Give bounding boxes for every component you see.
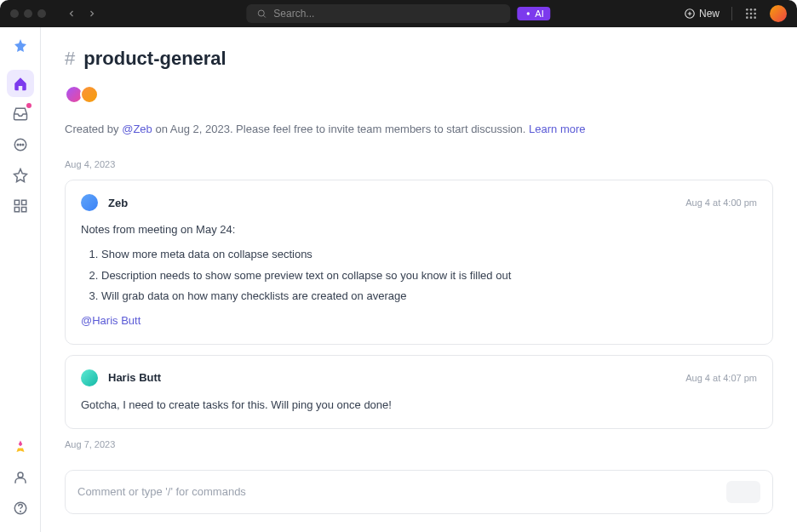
sidebar <box>0 27 41 532</box>
svg-point-6 <box>746 9 748 11</box>
svg-point-2 <box>527 12 530 14</box>
user-icon <box>13 470 28 485</box>
sidebar-more[interactable] <box>7 131 34 158</box>
search-icon <box>256 9 267 19</box>
sidebar-home[interactable] <box>7 70 34 97</box>
rocket-icon <box>13 439 28 455</box>
sidebar-help[interactable] <box>7 495 34 522</box>
dashboard-icon <box>13 198 28 214</box>
svg-point-12 <box>746 16 748 19</box>
svg-rect-23 <box>21 208 26 212</box>
member-list[interactable] <box>65 85 773 104</box>
apps-button[interactable] <box>744 7 758 20</box>
svg-rect-21 <box>21 200 26 204</box>
sidebar-inbox[interactable] <box>7 100 34 128</box>
search-input[interactable]: Search... <box>246 4 510 23</box>
minimize-window[interactable] <box>24 9 32 18</box>
svg-rect-20 <box>14 200 19 204</box>
sidebar-dashboard[interactable] <box>7 192 34 220</box>
composer <box>65 470 773 514</box>
logo-icon <box>10 37 31 58</box>
notification-badge <box>26 103 32 108</box>
svg-point-24 <box>18 472 23 478</box>
channel-title: product-general <box>83 48 226 70</box>
list-item: Show more meta data on collapse sections <box>101 246 757 264</box>
message-author[interactable]: Haris Butt <box>108 371 161 384</box>
send-button[interactable] <box>726 481 760 503</box>
svg-rect-22 <box>14 208 19 212</box>
message-body: Notes from meeting on May 24: Show more … <box>81 221 757 330</box>
message-time: Aug 4 at 4:07 pm <box>685 373 757 383</box>
topbar: Search... AI New <box>0 0 797 27</box>
learn-more-link[interactable]: Learn more <box>529 123 585 135</box>
message-avatar[interactable] <box>81 369 98 386</box>
more-icon <box>13 137 28 152</box>
ai-button[interactable]: AI <box>517 7 550 20</box>
svg-point-11 <box>754 13 756 15</box>
list-item: Will grab data on how many checklists ar… <box>101 288 757 306</box>
new-button[interactable]: New <box>684 8 720 20</box>
message-avatar[interactable] <box>81 194 98 211</box>
channel-header: # product-general <box>65 48 773 70</box>
svg-point-9 <box>746 13 748 15</box>
svg-marker-19 <box>14 169 26 182</box>
comment-input[interactable] <box>77 485 726 498</box>
help-icon <box>13 501 28 516</box>
home-icon <box>13 76 28 91</box>
window-controls <box>10 9 46 18</box>
svg-point-10 <box>750 13 753 15</box>
plus-circle-icon <box>684 8 696 20</box>
svg-point-0 <box>258 10 264 16</box>
message-body: Gotcha, I need to create tasks for this.… <box>81 397 757 415</box>
message-time: Aug 4 at 4:00 pm <box>685 197 757 208</box>
message: Zeb Aug 4 at 4:00 pm Notes from meeting … <box>65 180 773 345</box>
sidebar-upgrade[interactable] <box>7 433 34 460</box>
sparkle-icon <box>524 9 532 18</box>
svg-point-7 <box>750 9 753 11</box>
sidebar-favorites[interactable] <box>7 162 34 189</box>
grid-icon <box>744 7 758 20</box>
svg-point-17 <box>20 144 21 146</box>
nav-arrows <box>63 7 100 20</box>
svg-point-13 <box>750 16 753 19</box>
app-logo[interactable] <box>10 37 31 58</box>
inbox-icon <box>13 106 28 122</box>
user-avatar[interactable] <box>770 5 787 22</box>
svg-point-8 <box>754 9 756 11</box>
creator-mention[interactable]: @Zeb <box>122 123 152 135</box>
svg-point-14 <box>754 16 756 19</box>
forward-button[interactable] <box>83 7 100 20</box>
message: Haris Butt Aug 4 at 4:07 pm Gotcha, I ne… <box>65 355 773 429</box>
date-separator: Aug 4, 2023 <box>65 159 773 169</box>
close-window[interactable] <box>10 9 19 18</box>
member-avatar[interactable] <box>80 85 99 104</box>
main-content: # product-general Created by @Zeb on Aug… <box>41 27 797 532</box>
svg-point-26 <box>20 511 20 512</box>
back-button[interactable] <box>63 7 80 20</box>
divider <box>731 7 732 20</box>
star-icon <box>13 168 28 183</box>
svg-point-16 <box>17 144 19 146</box>
hash-icon: # <box>65 48 75 70</box>
channel-description: Created by @Zeb on Aug 2, 2023. Please f… <box>65 123 773 135</box>
sidebar-profile[interactable] <box>7 464 34 491</box>
message-author[interactable]: Zeb <box>108 197 128 209</box>
list-item: Description needs to show some preview t… <box>101 267 757 285</box>
date-separator: Aug 7, 2023 <box>65 439 773 449</box>
user-mention[interactable]: @Haris Butt <box>81 314 140 327</box>
svg-line-1 <box>264 15 266 17</box>
maximize-window[interactable] <box>37 9 46 18</box>
svg-point-18 <box>22 144 24 146</box>
search-placeholder: Search... <box>273 8 314 20</box>
